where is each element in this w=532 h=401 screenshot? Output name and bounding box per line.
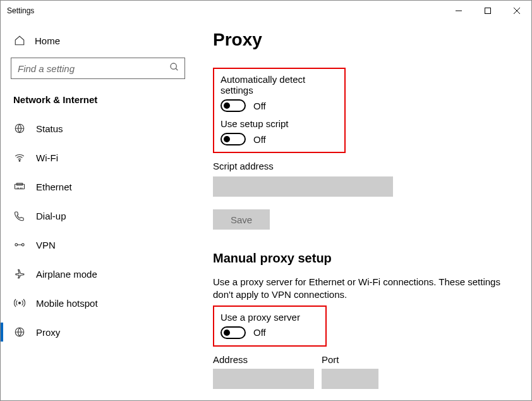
setup-script-label: Use setup script [221, 118, 338, 129]
window-title: Settings [7, 6, 34, 15]
address-label: Address [213, 354, 314, 365]
airplane-icon [13, 268, 26, 280]
svg-point-14 [15, 244, 18, 246]
sidebar-item-wifi[interactable]: Wi-Fi [1, 143, 195, 172]
sidebar-item-label: Status [36, 123, 63, 134]
auto-proxy-highlight: Automatically detect settings Off Use se… [213, 68, 346, 153]
sidebar-item-label: Dial-up [36, 211, 66, 221]
home-nav[interactable]: Home [1, 28, 195, 52]
dialup-icon [13, 210, 26, 221]
ethernet-icon [13, 181, 26, 192]
maximize-button[interactable] [473, 1, 502, 21]
hotspot-icon [13, 297, 26, 309]
use-proxy-label: Use a proxy server [221, 312, 319, 323]
close-button[interactable] [502, 1, 531, 21]
proxy-icon [13, 326, 26, 338]
window-controls [444, 1, 531, 21]
sidebar-item-label: Airplane mode [36, 269, 97, 280]
svg-point-17 [19, 302, 21, 304]
setup-script-toggle[interactable] [221, 133, 246, 145]
search-icon [169, 62, 179, 75]
auto-detect-toggle[interactable] [221, 99, 246, 112]
sidebar-item-dialup[interactable]: Dial-up [1, 201, 195, 230]
port-label: Port [322, 354, 378, 365]
minimize-button[interactable] [444, 1, 473, 21]
sidebar-item-airplane[interactable]: Airplane mode [1, 259, 195, 288]
svg-rect-1 [485, 8, 491, 14]
sidebar-item-status[interactable]: Status [1, 114, 195, 143]
svg-line-5 [176, 68, 178, 70]
vpn-icon [13, 239, 26, 250]
sidebar-item-label: VPN [36, 240, 56, 250]
svg-point-4 [171, 63, 176, 69]
sidebar-item-ethernet[interactable]: Ethernet [1, 172, 195, 201]
auto-detect-label: Automatically detect settings [221, 74, 338, 96]
sidebar-item-label: Ethernet [36, 182, 72, 192]
page-title: Proxy [213, 30, 514, 50]
titlebar: Settings [1, 1, 531, 21]
home-icon [13, 35, 26, 46]
status-icon [13, 123, 26, 134]
script-address-label: Script address [213, 161, 514, 171]
use-proxy-toggle[interactable] [221, 326, 246, 339]
use-proxy-highlight: Use a proxy server Off [213, 305, 327, 347]
search-box[interactable] [11, 58, 185, 79]
sidebar-item-hotspot[interactable]: Mobile hotspot [1, 288, 195, 318]
manual-proxy-description: Use a proxy server for Ethernet or Wi-Fi… [213, 276, 510, 302]
sidebar-item-label: Wi-Fi [36, 152, 58, 163]
setup-script-state: Off [253, 134, 266, 145]
sidebar: Home Network & Internet Status Wi-Fi [1, 21, 195, 400]
address-input [213, 369, 314, 389]
home-label: Home [35, 35, 60, 46]
use-proxy-state: Off [253, 327, 266, 338]
wifi-icon [13, 152, 26, 163]
sidebar-item-label: Proxy [36, 327, 60, 338]
script-address-input [213, 176, 393, 197]
sidebar-item-vpn[interactable]: VPN [1, 230, 195, 259]
search-input[interactable] [11, 58, 184, 78]
manual-proxy-heading: Manual proxy setup [213, 251, 514, 266]
save-button: Save [213, 209, 270, 230]
auto-detect-state: Off [253, 101, 266, 111]
svg-point-15 [21, 244, 24, 246]
svg-point-7 [19, 160, 20, 161]
sidebar-item-label: Mobile hotspot [36, 298, 98, 309]
main-panel: Proxy Automatically detect settings Off … [195, 21, 531, 400]
sidebar-item-proxy[interactable]: Proxy [1, 318, 195, 347]
section-label: Network & Internet [1, 90, 195, 114]
port-input [322, 369, 378, 389]
